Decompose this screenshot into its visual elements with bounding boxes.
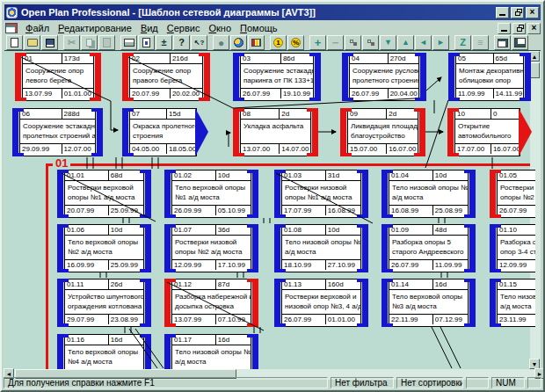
save-button[interactable]	[41, 35, 58, 50]
activity-end-date: 23.08.99	[109, 315, 143, 324]
new-document-icon	[11, 38, 18, 47]
zoom-z-button[interactable]: Z	[454, 35, 471, 50]
unlink-activities-button[interactable]	[362, 35, 379, 50]
window-title: Open Plan Professional - [Шаблон сетевой…	[21, 7, 492, 18]
delete-activity-button[interactable]: −	[327, 35, 344, 50]
activity-box[interactable]: 0565dМонтаж декоративнойоблицовки опор11…	[448, 53, 531, 101]
print-preview-button[interactable]	[138, 35, 155, 50]
activity-box[interactable]: 0715dОкраска пролетногостроения04.05.001…	[122, 108, 208, 156]
diagram-canvas[interactable]: 01 01173dСооружение опорлевого берега13.…	[4, 51, 535, 369]
insert-activity-button[interactable]: ±	[156, 35, 172, 50]
window-view-button[interactable]	[494, 35, 511, 50]
cost-button[interactable]: 1	[270, 35, 287, 50]
new-document-button[interactable]	[6, 35, 23, 50]
percent-complete-button[interactable]: %	[287, 35, 304, 50]
activity-box[interactable]: 01.0810dТело низовой опоры №2а/д моста18…	[274, 224, 368, 272]
open-file-button[interactable]	[24, 35, 40, 50]
activity-box[interactable]: 01.05Ростверки вопоры №2 а26.07.99	[490, 170, 535, 218]
activity-end-date: 16.07.00	[491, 144, 520, 154]
activity-box[interactable]: 01.1716dТело низовой опоры №4а/д моста	[164, 334, 258, 369]
activity-card: 01.1616dТело верховой опоры№4 а/д моста	[64, 334, 144, 369]
activity-box[interactable]: 01.1126dУстройство шпунтовогоограждения …	[57, 279, 151, 327]
activity-box[interactable]: 01.13160dРостверки верховой инизовой опо…	[274, 279, 368, 327]
activity-duration: 2d	[387, 109, 418, 119]
activity-box[interactable]: 082dУкладка асфальта13.07.0014.07.00	[233, 108, 318, 156]
activity-end-date: 14.11.99	[494, 89, 523, 98]
activity-box[interactable]: 092dЛиквидация площадки иблагоустройство…	[340, 108, 425, 156]
link-activities-button[interactable]	[345, 35, 361, 50]
move-down-button[interactable]: ▼	[380, 35, 396, 50]
notes-button[interactable]: ≡	[472, 35, 489, 50]
activity-card: 100Открытиеавтомобильного17.07.0016.07.0…	[454, 108, 520, 156]
activity-end-date: 17.10.99	[216, 260, 251, 270]
activity-box[interactable]: 100Открытиеавтомобильного17.07.0016.07.0…	[447, 108, 532, 156]
document-icon[interactable]	[5, 23, 18, 33]
activity-id: 01.17	[172, 335, 216, 345]
cut-button[interactable]: ✂	[63, 35, 80, 50]
context-help-button[interactable]: ↖?	[191, 35, 207, 50]
activity-name-line2: опоры №1 а/д моста	[68, 192, 141, 202]
activity-name-line2: опоры №1 а/д моста	[285, 192, 358, 202]
add-activity-button[interactable]: +	[309, 35, 326, 50]
window-view-large-button[interactable]	[512, 35, 528, 50]
activity-box[interactable]: 01.15Тело низовоа/д моста23.11.99	[490, 279, 535, 327]
activity-end-date: 07.12.99	[433, 315, 468, 324]
menu-item-file[interactable]: Файл	[21, 22, 54, 34]
activity-box[interactable]: 02216dСооружение опорправого берега20.07…	[122, 53, 210, 101]
menu-item-edit[interactable]: Редактирование	[54, 22, 136, 34]
mdi-restore-button[interactable]	[512, 23, 526, 34]
mdi-minimize-button[interactable]	[498, 23, 511, 34]
close-button[interactable]: ×	[526, 7, 539, 18]
activity-card: 01.0736dРостверки низовойопоры №2 а/д мо…	[171, 224, 251, 272]
time-analysis-button[interactable]	[230, 35, 247, 50]
activity-header: 01.1716d	[172, 335, 251, 345]
activity-duration: 65d	[494, 54, 523, 63]
activity-box[interactable]: 01.0948dРазборка опоры 5старого Андреевс…	[382, 224, 476, 272]
activity-dates: 04.05.0018.05.00	[130, 143, 196, 154]
activity-box[interactable]: 01.1287dРазборка набережной идосыпка ост…	[164, 279, 258, 327]
activity-box[interactable]: 01.0410dТело низовой опоры №1а/д моста16…	[382, 170, 476, 218]
menu-item-window[interactable]: Окно	[204, 22, 236, 34]
activity-box[interactable]: 01.1616dТело верховой опоры№4 а/д моста	[57, 334, 151, 369]
vertical-scroll-thumb[interactable]	[530, 62, 540, 78]
activity-box[interactable]: 0386dСооружение эстакадыпаркинга от ПК 1…	[233, 53, 321, 101]
restore-button[interactable]	[511, 7, 524, 18]
app-icon[interactable]	[6, 7, 18, 18]
activity-end-date: 07.10.99	[216, 315, 251, 324]
menu-item-view[interactable]: Вид	[136, 22, 163, 34]
move-right-button[interactable]: ►	[432, 35, 449, 50]
activity-box[interactable]: 06288dСооружение эстакадныхпролетных стр…	[12, 108, 103, 156]
activity-box[interactable]: 01173dСооружение опорлевого берега13.07.…	[15, 53, 101, 101]
menu-item-help[interactable]: Помощь	[236, 22, 282, 34]
move-up-button[interactable]: ▲	[397, 35, 414, 50]
print-button[interactable]	[120, 35, 137, 50]
activity-name: Устройство шпунтовогоограждения котлован…	[65, 290, 143, 314]
activity-box[interactable]: 01.0210dТело верховой опоры№1 а/д моста2…	[164, 170, 258, 218]
menu-item-tools[interactable]: Сервис	[163, 22, 205, 34]
activity-start-date: 26.07.99	[498, 206, 535, 215]
histogram-button[interactable]	[248, 35, 265, 50]
activity-name-line2: облицовки опор	[459, 76, 520, 85]
help-button[interactable]: ?	[173, 35, 190, 50]
activity-dates: 17.07.0016.07.00	[455, 143, 520, 154]
status-circle-button[interactable]: ●	[213, 35, 229, 50]
activity-box[interactable]: 01.1416dТело верховой опоры№3 а/д моста2…	[382, 279, 476, 327]
activity-box[interactable]: 01.10Разборка осопор 3-4 ста12.09.99	[490, 224, 535, 272]
activity-header: 01.0168d	[65, 171, 143, 181]
delete-activity-icon: −	[332, 37, 339, 48]
move-left-button[interactable]: ◄	[415, 35, 432, 50]
activity-name: Тело верховой опоры№3 а/д моста	[389, 290, 468, 314]
activity-box[interactable]: 01.0331dРостверки низовойопоры №1 а/д мо…	[274, 170, 368, 218]
activity-start-date: 26.07.99	[350, 89, 389, 98]
minimize-button[interactable]	[496, 7, 509, 18]
copy-button[interactable]	[81, 35, 98, 50]
activity-name: Ростверки верховойопоры №1 а/д моста	[65, 181, 143, 205]
activity-box[interactable]: 01.0168dРостверки верховойопоры №1 а/д м…	[57, 170, 151, 218]
paste-button[interactable]	[98, 35, 115, 50]
activity-box[interactable]: 01.0736dРостверки низовойопоры №2 а/д мо…	[164, 224, 258, 272]
activity-box[interactable]: 04270dСооружение русловогопролетного стр…	[342, 53, 426, 101]
activity-box[interactable]: 01.0610dТело верховой опоры№2 а/д моста1…	[57, 224, 151, 272]
activity-end-date: 16.07.00	[387, 144, 418, 154]
activity-id: 04	[350, 54, 389, 63]
mdi-close-button[interactable]: ×	[527, 23, 541, 34]
